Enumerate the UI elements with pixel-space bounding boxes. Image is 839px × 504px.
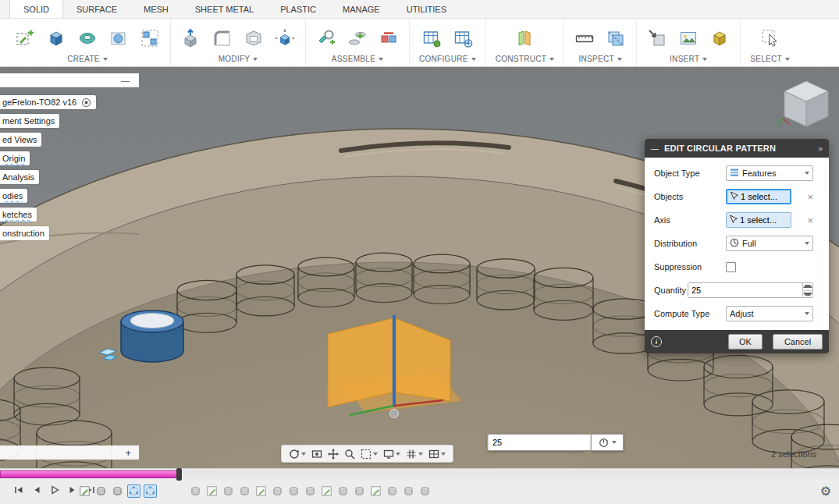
insert-mesh-icon[interactable] bbox=[709, 27, 731, 49]
objects-clear-icon[interactable]: × bbox=[807, 192, 813, 202]
distribution-dropdown[interactable]: Full bbox=[726, 236, 813, 251]
timeline-feature-feature[interactable] bbox=[222, 484, 235, 498]
zoom-icon[interactable] bbox=[344, 449, 355, 460]
revolve-icon[interactable] bbox=[76, 27, 98, 49]
timeline-feature-feature[interactable] bbox=[402, 484, 415, 498]
browser-expand-strip[interactable]: + bbox=[0, 445, 139, 460]
configuration-table-icon[interactable] bbox=[452, 27, 474, 49]
look-at-icon[interactable] bbox=[311, 449, 322, 460]
timeline-feature-feature[interactable] bbox=[386, 484, 399, 498]
tab-solid[interactable]: SOLID bbox=[9, 0, 63, 18]
construct-menu[interactable]: CONSTRUCT bbox=[496, 53, 554, 64]
timeline-feature-feature[interactable] bbox=[94, 484, 108, 498]
timeline-feature-pattern[interactable] bbox=[144, 484, 157, 498]
browser-item-origin[interactable]: Origin bbox=[0, 151, 30, 165]
primitive-icon[interactable] bbox=[108, 27, 130, 49]
select-menu[interactable]: SELECT bbox=[750, 53, 790, 64]
ok-button[interactable]: OK bbox=[728, 334, 763, 350]
model-viewport[interactable]: — geFrelon-TO82 v16 ment Settings ed Vie… bbox=[0, 67, 839, 468]
timeline-feature-sketch[interactable] bbox=[320, 484, 333, 498]
timeline-feature-feature[interactable] bbox=[271, 484, 284, 498]
grid-settings-icon[interactable] bbox=[406, 449, 423, 460]
timeline-feature-feature[interactable] bbox=[189, 484, 202, 498]
timeline-slider-strip[interactable] bbox=[0, 468, 839, 479]
dialog-header[interactable]: — EDIT CIRCULAR PATTERN » bbox=[645, 139, 829, 158]
quantity-input[interactable] bbox=[688, 283, 802, 297]
timeline-feature-feature[interactable] bbox=[418, 484, 432, 498]
tab-sheet-metal[interactable]: SHEET METAL bbox=[182, 0, 267, 18]
select-cursor-icon[interactable] bbox=[759, 27, 781, 49]
timeline-feature-sketch[interactable] bbox=[369, 484, 382, 498]
pattern-type-dropdown[interactable] bbox=[591, 434, 624, 451]
view-cube[interactable] bbox=[777, 75, 836, 134]
canvas-quantity-input[interactable] bbox=[489, 435, 603, 450]
browser-header[interactable]: — bbox=[0, 73, 139, 87]
origin-handle[interactable] bbox=[390, 410, 399, 418]
zoom-window-icon[interactable] bbox=[361, 449, 378, 460]
viewports-icon[interactable] bbox=[428, 449, 446, 460]
browser-item-sketches[interactable]: ketches bbox=[0, 208, 37, 222]
fillet-icon[interactable] bbox=[212, 27, 233, 49]
activate-component-radio-icon[interactable] bbox=[81, 98, 91, 108]
suppression-checkbox[interactable] bbox=[726, 262, 736, 272]
timeline-marker[interactable] bbox=[176, 468, 182, 481]
inspect-menu[interactable]: INSPECT bbox=[578, 53, 621, 64]
dialog-overflow-icon[interactable]: » bbox=[818, 144, 823, 153]
press-pull-icon[interactable] bbox=[180, 27, 202, 49]
compute-type-dropdown[interactable]: Adjust bbox=[726, 306, 813, 321]
timeline-feature-sketch[interactable] bbox=[205, 484, 219, 498]
modify-menu[interactable]: MODIFY bbox=[219, 53, 258, 64]
configure-menu[interactable]: CONFIGURE bbox=[419, 53, 476, 64]
rigid-group-icon[interactable] bbox=[378, 27, 400, 49]
timeline-feature-sketch[interactable] bbox=[254, 484, 268, 498]
timeline-feature-pattern[interactable] bbox=[127, 484, 140, 498]
extrude-icon[interactable] bbox=[45, 27, 67, 49]
timeline-feature-feature[interactable] bbox=[111, 484, 124, 498]
timeline-feature-feature[interactable] bbox=[287, 484, 300, 498]
configure-icon[interactable] bbox=[421, 27, 443, 49]
rectangular-pattern-icon[interactable] bbox=[139, 27, 161, 49]
browser-item-construction[interactable]: onstruction bbox=[0, 226, 49, 240]
browser-item-bodies[interactable]: odies bbox=[0, 189, 27, 203]
timeline-selection-range[interactable] bbox=[0, 470, 180, 478]
assemble-menu[interactable]: ASSEMBLE bbox=[332, 53, 383, 64]
timeline-feature-feature[interactable] bbox=[336, 484, 350, 498]
tab-utilities[interactable]: UTILITIES bbox=[393, 0, 460, 18]
display-settings-icon[interactable] bbox=[383, 449, 400, 460]
insert-image-icon[interactable] bbox=[677, 27, 699, 49]
tab-manage[interactable]: MANAGE bbox=[329, 0, 393, 18]
quantity-increment-button[interactable] bbox=[803, 283, 812, 290]
browser-add-icon[interactable]: + bbox=[125, 447, 131, 459]
info-icon[interactable]: i bbox=[651, 336, 662, 347]
quantity-decrement-button[interactable] bbox=[803, 290, 812, 298]
selected-cylinder-feature[interactable] bbox=[121, 311, 183, 362]
dialog-collapse-icon[interactable]: — bbox=[651, 144, 659, 153]
orbit-icon[interactable] bbox=[289, 449, 306, 460]
measure-icon[interactable] bbox=[574, 27, 595, 49]
pan-icon[interactable] bbox=[328, 449, 339, 460]
timeline-feature-feature[interactable] bbox=[353, 484, 366, 498]
timeline-play-button[interactable] bbox=[50, 485, 59, 495]
timeline-settings-gear-icon[interactable]: ⚙ bbox=[820, 484, 831, 499]
object-type-dropdown[interactable]: Features bbox=[726, 165, 813, 181]
shell-icon[interactable] bbox=[243, 27, 265, 49]
insert-menu[interactable]: INSERT bbox=[670, 53, 707, 64]
construction-plane-icon[interactable] bbox=[514, 27, 535, 49]
create-sketch-icon[interactable] bbox=[14, 27, 36, 49]
timeline-skip-start-button[interactable] bbox=[14, 485, 23, 495]
objects-selection-button[interactable]: 1 select... bbox=[726, 189, 791, 204]
timeline-feature-sketch[interactable] bbox=[78, 484, 91, 498]
timeline-step-back-button[interactable] bbox=[32, 485, 41, 495]
new-component-icon[interactable] bbox=[315, 27, 337, 49]
timeline-feature-feature[interactable] bbox=[238, 484, 251, 498]
browser-item-document[interactable]: geFrelon-TO82 v16 bbox=[0, 95, 96, 109]
timeline-step-forward-button[interactable] bbox=[68, 485, 77, 495]
axis-selection-button[interactable]: 1 select... bbox=[726, 212, 791, 228]
browser-item-document-settings[interactable]: ment Settings bbox=[0, 114, 59, 128]
joint-icon[interactable] bbox=[347, 27, 368, 49]
cancel-button[interactable]: Cancel bbox=[773, 334, 823, 350]
section-analysis-icon[interactable] bbox=[605, 27, 627, 49]
tab-mesh[interactable]: MESH bbox=[130, 0, 182, 18]
browser-item-analysis[interactable]: Analysis bbox=[0, 170, 39, 184]
browser-item-named-views[interactable]: ed Views bbox=[0, 133, 41, 147]
